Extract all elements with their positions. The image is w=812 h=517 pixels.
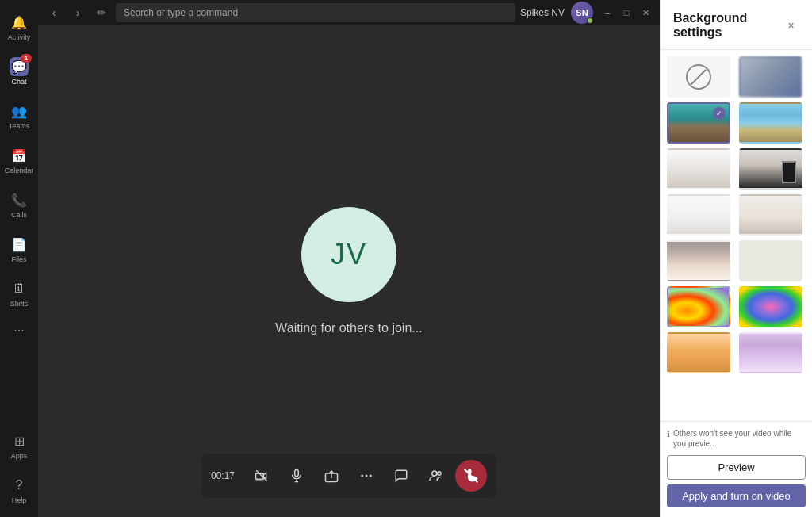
sidebar-label-shifts: Shifts [10,300,29,308]
waiting-text: Waiting for others to join... [275,321,422,335]
sidebar-item-chat[interactable]: 💬 1 Chat [3,51,35,92]
svg-rect-4 [295,470,299,477]
panel-header: Background settings × [661,0,812,50]
bg-balloons-color-option[interactable] [739,286,802,327]
sidebar-label-apps: Apps [11,452,28,460]
topbar: ‹ › ✏ Search or type a command Spikes NV… [38,0,660,25]
sidebar-item-shifts[interactable]: 🗓 Shifts [3,273,35,314]
sidebar-item-calls[interactable]: 📞 Calls [3,184,35,225]
activity-icon: 🔔 [10,13,29,32]
call-area: JV Waiting for others to join... 00:17 [38,25,660,517]
user-name: Spikes NV [520,7,565,18]
forward-button[interactable]: › [68,3,87,22]
info-icon: ℹ [667,429,670,439]
sidebar-item-teams[interactable]: 👥 Teams [3,95,35,136]
more-apps-button[interactable]: ... [13,320,24,335]
panel-title: Background settings [673,11,783,40]
shifts-icon: 🗓 [10,279,29,298]
topbar-right: Spikes NV SN – □ ✕ [520,2,653,24]
none-circle-icon [686,64,711,90]
mic-button[interactable] [281,460,312,492]
status-dot [587,17,593,24]
sidebar-label-calls: Calls [11,211,27,219]
people-button[interactable] [420,460,452,492]
sidebar-label-teams: Teams [9,122,30,130]
background-settings-panel: Background settings × ✓ [660,0,812,517]
call-center: JV Waiting for others to join... [275,207,422,335]
sidebar-item-calendar[interactable]: 📅 Calendar [3,140,35,181]
svg-point-11 [370,475,372,477]
apps-icon: ⊞ [10,431,29,450]
panel-close-button[interactable]: × [783,16,799,35]
search-placeholder: Search or type a command [124,7,238,18]
participant-initials: JV [331,238,367,271]
chat-badge: 1 [21,54,32,63]
svg-point-13 [438,472,442,476]
end-call-button[interactable] [455,460,487,492]
search-bar[interactable]: Search or type a command [116,3,515,22]
minimize-button[interactable]: – [599,5,615,21]
footer-note: ℹ Others won't see your video while you … [667,428,806,449]
help-icon: ? [10,476,29,495]
call-timer: 00:17 [211,470,239,481]
close-button[interactable]: ✕ [638,5,653,21]
user-initials: SN [576,8,588,17]
bg-balloons-orange-option[interactable] [667,286,730,327]
bg-city-option[interactable] [739,102,802,144]
sidebar-item-activity[interactable]: 🔔 Activity [3,6,35,48]
user-avatar[interactable]: SN [571,2,593,24]
selected-checkmark: ✓ [713,107,726,120]
window-controls: – □ ✕ [599,5,653,21]
bg-interior2-option[interactable] [739,148,802,190]
bg-plain-wall-option[interactable] [739,240,802,281]
none-line-icon [691,69,707,85]
bg-art-room-option[interactable] [739,194,802,236]
back-button[interactable]: ‹ [44,3,63,22]
maximize-button[interactable]: □ [619,5,634,21]
calendar-icon: 📅 [10,146,29,165]
bg-blur-option[interactable] [739,56,802,98]
share-button[interactable] [316,460,347,492]
bg-sky-option[interactable] [739,332,802,373]
calls-icon: 📞 [10,190,29,209]
bg-none-option[interactable] [667,56,730,98]
sidebar: 🔔 Activity 💬 1 Chat 👥 Teams 📅 Calendar 📞… [0,0,38,517]
compose-button[interactable]: ✏ [92,3,111,22]
video-button[interactable] [246,460,278,492]
panel-footer: ℹ Others won't see your video while you … [661,421,812,517]
background-grid: ✓ [661,50,812,421]
sidebar-item-files[interactable]: 📄 Files [3,228,35,270]
bg-industrial-option[interactable] [667,240,730,281]
bg-desert-option[interactable] [667,332,730,373]
sidebar-item-help[interactable]: ? Help [3,469,35,511]
preview-button[interactable]: Preview [667,455,806,480]
sidebar-label-calendar: Calendar [5,167,34,174]
chat-icon: 💬 1 [10,57,29,76]
files-icon: 📄 [10,235,29,254]
svg-point-9 [361,475,363,477]
sidebar-item-apps[interactable]: ⊞ Apps [3,425,35,466]
controls-bar: 00:17 [201,454,496,498]
sidebar-label-chat: Chat [11,78,26,86]
sidebar-label-activity: Activity [8,33,31,41]
apply-button[interactable]: Apply and turn on video [667,484,806,507]
bg-white-room-option[interactable] [667,194,730,236]
footer-note-text: Others won't see your video while you pr… [673,428,806,449]
sidebar-label-files: Files [11,255,26,263]
svg-point-12 [432,471,437,476]
participant-avatar: JV [301,207,396,302]
bg-interior1-option[interactable] [667,148,730,190]
teams-icon: 👥 [10,101,29,121]
chat-button[interactable] [385,460,417,492]
more-button[interactable] [350,460,382,492]
bg-office1-option[interactable]: ✓ [667,102,730,144]
svg-point-10 [366,475,368,477]
main-area: ‹ › ✏ Search or type a command Spikes NV… [38,0,660,517]
sidebar-label-help: Help [12,496,27,504]
